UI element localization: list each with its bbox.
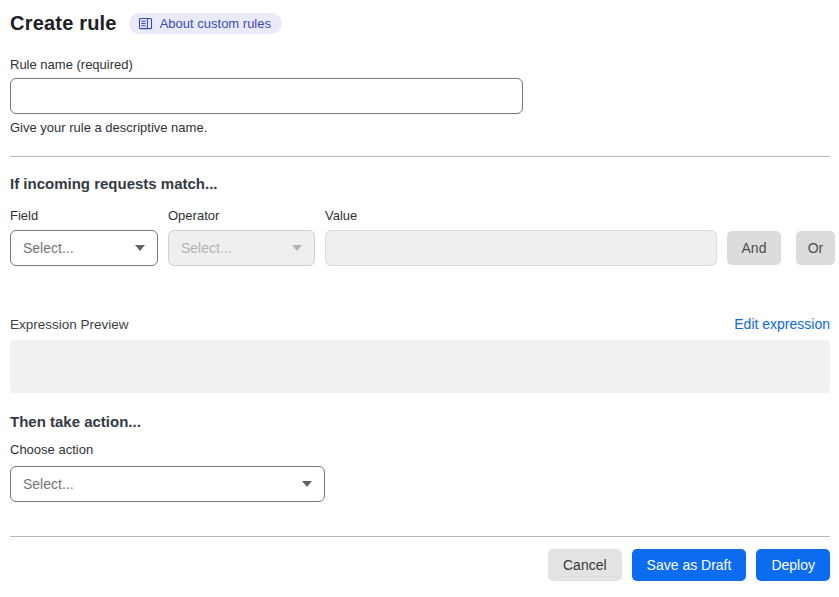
rule-name-input[interactable] bbox=[10, 78, 523, 114]
edit-expression-link[interactable]: Edit expression bbox=[734, 316, 830, 332]
or-button[interactable]: Or bbox=[796, 231, 835, 265]
expression-preview-header: Expression Preview Edit expression bbox=[10, 316, 830, 332]
create-rule-page: Create rule About custom rules Rule name… bbox=[0, 0, 839, 581]
about-badge-label: About custom rules bbox=[160, 16, 271, 31]
field-label: Field bbox=[10, 208, 158, 223]
and-button[interactable]: And bbox=[727, 231, 781, 265]
field-select[interactable]: Select... bbox=[10, 230, 158, 266]
operator-select-value: Select... bbox=[181, 240, 232, 256]
save-as-draft-button[interactable]: Save as Draft bbox=[632, 549, 747, 581]
condition-row: Field Operator Value Select... Select...… bbox=[10, 208, 830, 266]
chevron-down-icon bbox=[302, 481, 312, 487]
field-select-value: Select... bbox=[23, 240, 74, 256]
deploy-button[interactable]: Deploy bbox=[756, 549, 830, 581]
value-label: Value bbox=[325, 208, 717, 223]
value-input[interactable] bbox=[325, 230, 717, 266]
book-icon bbox=[138, 16, 153, 31]
cancel-button[interactable]: Cancel bbox=[548, 549, 622, 581]
expression-preview-box bbox=[10, 340, 830, 393]
page-header: Create rule About custom rules bbox=[10, 10, 830, 36]
about-custom-rules-badge[interactable]: About custom rules bbox=[129, 13, 282, 34]
chevron-down-icon bbox=[135, 245, 145, 251]
section-divider bbox=[10, 156, 830, 157]
action-select[interactable]: Select... bbox=[10, 466, 325, 502]
choose-action-label: Choose action bbox=[10, 442, 830, 457]
expression-preview-label: Expression Preview bbox=[10, 317, 129, 332]
action-select-value: Select... bbox=[23, 476, 74, 492]
page-title: Create rule bbox=[10, 12, 117, 35]
footer-actions: Cancel Save as Draft Deploy bbox=[10, 549, 830, 581]
operator-select[interactable]: Select... bbox=[168, 230, 315, 266]
rule-name-helper: Give your rule a descriptive name. bbox=[10, 120, 830, 135]
footer-divider bbox=[10, 536, 830, 537]
action-section-heading: Then take action... bbox=[10, 413, 830, 430]
rule-name-label: Rule name (required) bbox=[10, 57, 830, 72]
chevron-down-icon bbox=[292, 245, 302, 251]
operator-label: Operator bbox=[168, 208, 315, 223]
match-section-heading: If incoming requests match... bbox=[10, 175, 830, 192]
